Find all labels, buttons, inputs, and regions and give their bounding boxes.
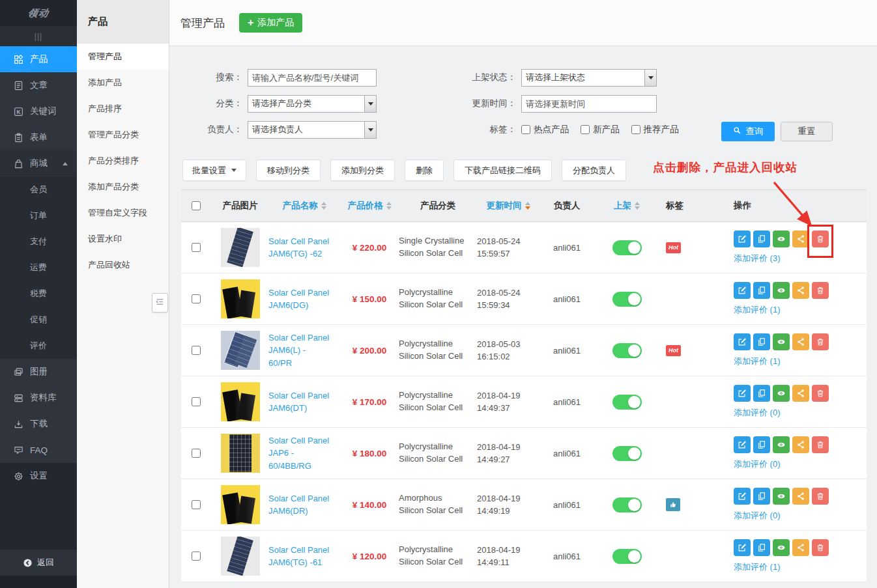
bulk-button-move-to-category[interactable]: 移动到分类	[256, 160, 321, 181]
submenu-item-recycle-bin[interactable]: 产品回收站	[77, 252, 169, 278]
bulk-button-assign-owner[interactable]: 分配负责人	[562, 160, 626, 181]
add-product-button[interactable]: + 添加产品	[239, 13, 302, 33]
delete-button[interactable]	[812, 231, 829, 247]
product-name-link[interactable]: Solar Cell Panel JAM6(TG) -61	[268, 544, 340, 569]
tag-checkbox-input-new[interactable]	[581, 125, 590, 134]
add-review-link[interactable]: 添加评价 (3)	[734, 253, 781, 264]
add-review-link[interactable]: 添加评价 (0)	[734, 458, 781, 470]
bulk-button-download-qrcode[interactable]: 下载产品链接二维码	[453, 160, 552, 181]
search-input[interactable]	[248, 69, 377, 87]
row-checkbox[interactable]	[192, 294, 201, 303]
preview-button[interactable]	[773, 539, 790, 556]
tag-checkbox-new[interactable]: 新产品	[581, 124, 620, 135]
select-all-checkbox[interactable]	[192, 201, 201, 210]
header-cell-checkbox[interactable]	[181, 201, 212, 210]
preview-button[interactable]	[773, 488, 790, 505]
sidebar-item-settings[interactable]: 设置	[0, 463, 77, 489]
share-button[interactable]	[792, 488, 809, 505]
edit-button[interactable]	[734, 231, 751, 247]
submenu-item-watermark[interactable]: 设置水印	[77, 226, 169, 252]
sidebar-subitem-promotion[interactable]: 促销	[0, 307, 77, 333]
sidebar-subitem-tax[interactable]: 税费	[0, 281, 77, 307]
owner-select[interactable]: 请选择负责人	[248, 121, 377, 139]
bulk-button-delete[interactable]: 删除	[405, 160, 444, 181]
delete-button[interactable]	[812, 488, 829, 505]
update-time-input[interactable]	[521, 95, 657, 113]
row-checkbox[interactable]	[192, 552, 201, 561]
share-button[interactable]	[792, 539, 809, 556]
submenu-item-category-sort[interactable]: 产品分类排序	[77, 148, 169, 174]
delete-button[interactable]	[812, 436, 829, 453]
status-toggle[interactable]	[612, 395, 642, 410]
delete-button[interactable]	[812, 539, 829, 556]
product-name-link[interactable]: Solar Cell Panel JAM6(TG) -62	[268, 235, 340, 260]
sidebar-item-faq[interactable]: FAQ	[0, 437, 77, 463]
share-button[interactable]	[792, 333, 809, 350]
submenu-item-manage-products[interactable]: 管理产品	[77, 44, 169, 70]
delete-button[interactable]	[812, 282, 829, 299]
sidebar-item-articles[interactable]: 文章	[0, 72, 77, 98]
copy-button[interactable]	[753, 231, 770, 247]
tag-checkbox-recommend[interactable]: 推荐产品	[631, 124, 679, 135]
preview-button[interactable]	[773, 231, 790, 247]
status-toggle[interactable]	[612, 446, 642, 461]
copy-button[interactable]	[753, 282, 770, 299]
edit-button[interactable]	[734, 488, 751, 505]
copy-button[interactable]	[753, 488, 770, 505]
tag-checkbox-input-hot[interactable]	[521, 125, 530, 134]
share-button[interactable]	[792, 282, 809, 299]
sidebar-subitem-orders[interactable]: 订单	[0, 203, 77, 229]
submenu-item-add-category[interactable]: 添加产品分类	[77, 174, 169, 200]
status-select[interactable]: 请选择上架状态	[521, 69, 657, 87]
row-checkbox[interactable]	[192, 346, 201, 355]
submenu-item-add-product[interactable]: 添加产品	[77, 70, 169, 96]
edit-button[interactable]	[734, 539, 751, 556]
header-cell-status[interactable]: 上架	[594, 200, 659, 212]
reset-button[interactable]: 重置	[781, 122, 833, 141]
bulk-button-add-to-category[interactable]: 添加到分类	[330, 160, 395, 181]
copy-button[interactable]	[753, 385, 770, 402]
sidebar-subitem-members[interactable]: 会员	[0, 176, 77, 203]
preview-button[interactable]	[773, 282, 790, 299]
status-toggle[interactable]	[612, 292, 642, 307]
sidebar-item-keywords[interactable]: K关键词	[0, 98, 77, 124]
sidebar-subitem-reviews[interactable]: 评价	[0, 333, 77, 359]
edit-button[interactable]	[734, 282, 751, 299]
row-checkbox[interactable]	[192, 397, 201, 406]
tag-checkbox-input-recommend[interactable]	[631, 125, 640, 134]
sidebar-item-library[interactable]: 资料库	[0, 385, 77, 411]
edit-button[interactable]	[734, 385, 751, 402]
sidebar-item-mall[interactable]: 商城	[0, 150, 77, 176]
sidebar-item-albums[interactable]: 图册	[0, 359, 77, 385]
panel-collapse-button[interactable]	[152, 293, 168, 313]
add-review-link[interactable]: 添加评价 (1)	[734, 304, 781, 316]
back-button[interactable]: 返回	[0, 550, 77, 576]
add-review-link[interactable]: 添加评价 (1)	[734, 356, 781, 367]
status-toggle[interactable]	[612, 343, 642, 358]
preview-button[interactable]	[773, 436, 790, 453]
add-review-link[interactable]: 添加评价 (1)	[734, 561, 781, 573]
edit-button[interactable]	[734, 436, 751, 453]
status-toggle[interactable]	[612, 240, 642, 255]
category-select[interactable]: 请选择产品分类	[248, 95, 377, 113]
row-checkbox[interactable]	[192, 243, 201, 252]
delete-button[interactable]	[812, 333, 829, 350]
sidebar-subitem-payment[interactable]: 支付	[0, 229, 77, 255]
submenu-item-product-sort[interactable]: 产品排序	[77, 96, 169, 122]
share-button[interactable]	[792, 436, 809, 453]
edit-button[interactable]	[734, 333, 751, 350]
header-cell-updated[interactable]: 更新时间	[477, 200, 539, 212]
product-name-link[interactable]: Solar Cell Panel JAM6(DG)	[268, 287, 340, 312]
row-checkbox[interactable]	[192, 449, 201, 458]
row-checkbox[interactable]	[192, 500, 201, 509]
sidebar-item-forms[interactable]: 表单	[0, 124, 77, 150]
product-name-link[interactable]: Solar Cell Panel JAM6(DT)	[268, 389, 340, 415]
header-cell-name[interactable]: 产品名称	[268, 200, 340, 212]
copy-button[interactable]	[753, 539, 770, 556]
product-name-link[interactable]: Solar Cell Panel JAM6(DR)	[268, 492, 340, 518]
tag-checkbox-hot[interactable]: 热点产品	[521, 124, 569, 135]
sidebar-subitem-shipping[interactable]: 运费	[0, 255, 77, 281]
sidebar-item-products[interactable]: 产品	[0, 46, 77, 72]
submenu-item-custom-fields[interactable]: 管理自定义字段	[77, 200, 169, 226]
add-review-link[interactable]: 添加评价 (0)	[734, 510, 781, 522]
